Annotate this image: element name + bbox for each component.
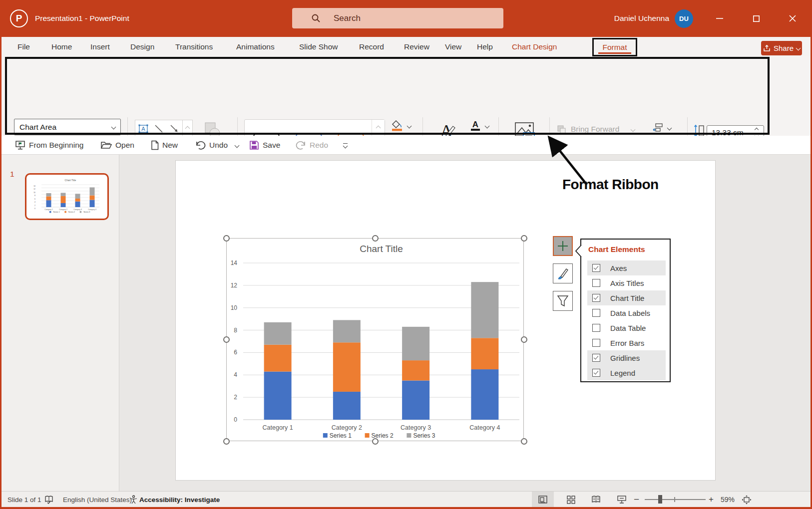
gallery-up-icon[interactable]: [376, 126, 381, 131]
selection-handle-middle-left[interactable]: [223, 336, 230, 343]
qat-save-button[interactable]: Save: [249, 136, 280, 155]
svg-text:8: 8: [234, 327, 237, 334]
chart-area-selector[interactable]: Chart Area: [14, 119, 121, 135]
chart-elements-item-legend[interactable]: Legend: [587, 365, 666, 380]
chart-elements-item-axis-titles[interactable]: Axis Titles: [587, 275, 666, 290]
minimize-button[interactable]: [712, 11, 727, 26]
accessibility-icon: [129, 492, 138, 508]
qat-open-button[interactable]: Open: [100, 136, 134, 155]
chevron-down-icon: [485, 123, 490, 128]
user-name: Daniel Uchenna: [579, 0, 669, 37]
zoom-in-icon[interactable]: +: [709, 492, 714, 508]
svg-text:4: 4: [34, 201, 35, 203]
tab-home[interactable]: Home: [51, 37, 72, 56]
chart-elements-item-label: Data Labels: [610, 309, 650, 317]
checkbox-checked-icon[interactable]: [592, 294, 600, 302]
arrow-icon[interactable]: [167, 120, 182, 137]
tab-insert[interactable]: Insert: [90, 37, 110, 56]
tab-transitions[interactable]: Transitions: [175, 37, 213, 56]
powerpoint-logo-icon[interactable]: P: [10, 9, 28, 27]
svg-text:Chart Title: Chart Title: [360, 244, 403, 254]
tab-slide-show[interactable]: Slide Show: [299, 37, 338, 56]
selection-handle-top-middle[interactable]: [372, 235, 379, 242]
svg-text:Series 2: Series 2: [68, 211, 75, 213]
bring-forward-button: Bring Forward: [557, 124, 635, 135]
format-tab-underline: [598, 52, 631, 54]
chart-elements-item-data-table[interactable]: Data Table: [587, 320, 666, 335]
tab-animations[interactable]: Animations: [236, 37, 275, 56]
slide-indicator[interactable]: Slide 1 of 1: [7, 492, 41, 508]
chart-elements-item-chart-title[interactable]: Chart Title: [587, 290, 666, 305]
fit-to-window-icon[interactable]: [742, 492, 752, 508]
normal-view-button[interactable]: [532, 492, 554, 508]
gallery-up-icon[interactable]: [185, 126, 190, 131]
checkbox-unchecked-icon[interactable]: [592, 339, 600, 347]
popup-notch: [575, 245, 582, 257]
slideshow-view-button[interactable]: [611, 492, 633, 508]
avatar[interactable]: DU: [675, 9, 693, 28]
reading-view-button[interactable]: [585, 492, 607, 508]
selection-handle-top-right[interactable]: [521, 235, 527, 242]
zoom-level[interactable]: 59%: [721, 492, 735, 508]
selection-handle-middle-right[interactable]: [521, 336, 527, 343]
align-button[interactable]: [652, 122, 671, 133]
chart[interactable]: 02468101214Category 1Category 2Category …: [226, 238, 524, 441]
tab-view[interactable]: View: [445, 37, 461, 56]
chart-styles-brush-button[interactable]: [553, 263, 573, 283]
chart-elements-item-error-bars[interactable]: Error Bars: [587, 335, 666, 350]
tab-file[interactable]: File: [17, 37, 30, 56]
align-icon: [652, 123, 663, 132]
text-fill-button[interactable]: A: [470, 120, 489, 131]
line-icon[interactable]: [151, 120, 166, 137]
checkbox-unchecked-icon[interactable]: [592, 309, 600, 317]
chart-elements-plus-button[interactable]: [553, 236, 573, 256]
checkbox-checked-icon[interactable]: [592, 369, 600, 377]
tab-design[interactable]: Design: [130, 37, 154, 56]
zoom-slider-thumb[interactable]: [658, 495, 662, 504]
slide-thumbnail[interactable]: 02468101214Category 1Category 2Category …: [25, 173, 109, 220]
zoom-out-icon[interactable]: −: [634, 492, 639, 508]
chevron-down-icon[interactable]: [235, 143, 240, 148]
share-button[interactable]: Share: [761, 41, 802, 55]
chart-elements-item-axes[interactable]: Axes: [587, 260, 666, 275]
tab-record[interactable]: Record: [359, 37, 384, 56]
checkbox-checked-icon[interactable]: [592, 264, 600, 272]
slide-thumbnail-chart: 02468101214Category 1Category 2Category …: [29, 177, 104, 218]
share-icon: [763, 44, 771, 52]
checkbox-unchecked-icon[interactable]: [592, 324, 600, 332]
selection-handle-bottom-middle[interactable]: [372, 438, 379, 445]
slide-number: 1: [10, 170, 14, 179]
chart-elements-item-data-labels[interactable]: Data Labels: [587, 305, 666, 320]
qat-new-button[interactable]: New: [151, 136, 178, 155]
qat-from-beginning-button[interactable]: From Beginning: [15, 136, 83, 155]
search-input[interactable]: Search: [292, 8, 503, 28]
tab-format[interactable]: Format: [592, 38, 637, 56]
stepper-up-icon[interactable]: [755, 128, 759, 132]
tab-help[interactable]: Help: [477, 37, 493, 56]
chart-filter-funnel-button[interactable]: [553, 291, 573, 311]
chart-elements-list: AxesAxis TitlesChart TitleData LabelsDat…: [587, 260, 666, 380]
close-button[interactable]: [785, 11, 800, 26]
tab-review[interactable]: Review: [404, 37, 429, 56]
maximize-button[interactable]: [749, 11, 764, 26]
language-status[interactable]: English (United States): [63, 492, 132, 508]
spellcheck-icon[interactable]: [44, 492, 53, 508]
zoom-slider[interactable]: [645, 499, 706, 500]
svg-text:14: 14: [231, 259, 238, 266]
checkbox-checked-icon[interactable]: [592, 354, 600, 362]
slide-sorter-view-button[interactable]: [560, 492, 582, 508]
checkbox-unchecked-icon[interactable]: [592, 279, 600, 287]
svg-text:Category 3: Category 3: [401, 424, 431, 431]
svg-text:0: 0: [34, 208, 35, 210]
tab-chart-design[interactable]: Chart Design: [512, 37, 557, 56]
selection-handle-top-left[interactable]: [223, 235, 230, 242]
selection-handle-bottom-left[interactable]: [223, 438, 230, 445]
chart-elements-item-gridlines[interactable]: Gridlines: [587, 350, 666, 365]
qat-undo-button[interactable]: Undo: [195, 136, 239, 155]
qat-overflow-button[interactable]: [343, 136, 348, 155]
shape-fill-button[interactable]: [391, 120, 411, 131]
textbox-icon[interactable]: A: [135, 120, 151, 137]
svg-text:Chart Title: Chart Title: [65, 179, 76, 182]
accessibility-status[interactable]: Accessibility: Investigate: [139, 492, 220, 508]
selection-handle-bottom-right[interactable]: [521, 438, 527, 445]
